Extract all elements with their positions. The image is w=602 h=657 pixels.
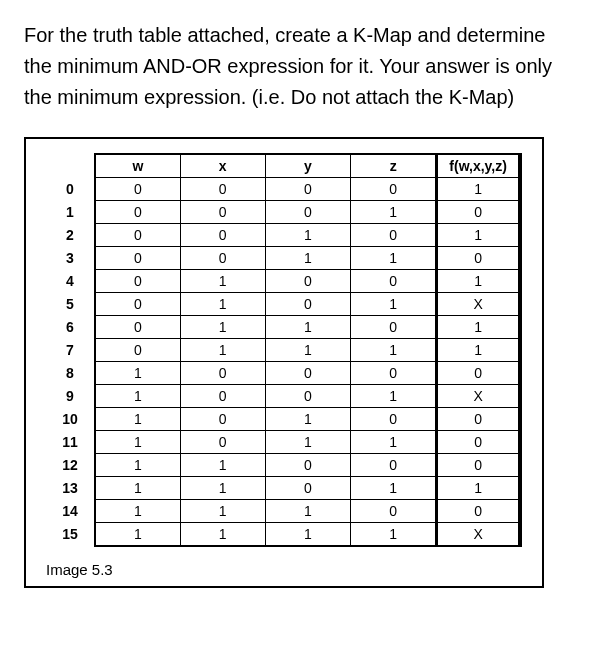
cell-x: 1 (180, 500, 265, 523)
cell-x: 1 (180, 523, 265, 547)
cell-f: 0 (436, 362, 521, 385)
cell-w: 1 (95, 362, 180, 385)
cell-y: 1 (265, 523, 350, 547)
cell-z: 0 (351, 224, 436, 247)
table-row: 1411100 (46, 500, 521, 523)
row-index: 8 (46, 362, 95, 385)
cell-z: 0 (351, 362, 436, 385)
cell-f: X (436, 385, 521, 408)
header-z: z (351, 154, 436, 178)
cell-w: 1 (95, 523, 180, 547)
cell-w: 0 (95, 224, 180, 247)
table-row: 91001X (46, 385, 521, 408)
cell-f: 0 (436, 431, 521, 454)
cell-z: 0 (351, 454, 436, 477)
cell-z: 1 (351, 477, 436, 500)
cell-y: 1 (265, 247, 350, 270)
cell-w: 1 (95, 454, 180, 477)
figure-box: w x y z f(w,x,y,z) 000001100010200101300… (24, 137, 544, 588)
cell-y: 1 (265, 316, 350, 339)
cell-w: 1 (95, 500, 180, 523)
table-row: 1010100 (46, 408, 521, 431)
cell-y: 0 (265, 385, 350, 408)
cell-f: 0 (436, 201, 521, 224)
row-index: 4 (46, 270, 95, 293)
cell-w: 1 (95, 408, 180, 431)
question-prompt: For the truth table attached, create a K… (24, 20, 578, 113)
row-index: 15 (46, 523, 95, 547)
cell-y: 1 (265, 408, 350, 431)
cell-y: 1 (265, 339, 350, 362)
cell-y: 1 (265, 431, 350, 454)
cell-z: 1 (351, 339, 436, 362)
row-index: 9 (46, 385, 95, 408)
cell-y: 0 (265, 454, 350, 477)
row-index: 6 (46, 316, 95, 339)
row-index: 12 (46, 454, 95, 477)
cell-x: 0 (180, 362, 265, 385)
row-index: 13 (46, 477, 95, 500)
row-index: 2 (46, 224, 95, 247)
header-f: f(w,x,y,z) (436, 154, 521, 178)
cell-z: 1 (351, 523, 436, 547)
row-index: 0 (46, 178, 95, 201)
cell-x: 1 (180, 477, 265, 500)
table-header-row: w x y z f(w,x,y,z) (46, 154, 521, 178)
cell-x: 0 (180, 201, 265, 224)
header-w: w (95, 154, 180, 178)
cell-w: 0 (95, 339, 180, 362)
cell-x: 1 (180, 339, 265, 362)
cell-f: 0 (436, 454, 521, 477)
cell-z: 0 (351, 178, 436, 201)
cell-z: 0 (351, 316, 436, 339)
cell-x: 1 (180, 316, 265, 339)
cell-x: 1 (180, 454, 265, 477)
cell-y: 0 (265, 293, 350, 316)
cell-w: 1 (95, 477, 180, 500)
cell-w: 0 (95, 178, 180, 201)
table-row: 200101 (46, 224, 521, 247)
cell-z: 1 (351, 293, 436, 316)
cell-w: 0 (95, 247, 180, 270)
cell-w: 0 (95, 270, 180, 293)
cell-x: 1 (180, 293, 265, 316)
table-row: 100010 (46, 201, 521, 224)
cell-f: 1 (436, 477, 521, 500)
header-blank (46, 154, 95, 178)
cell-x: 0 (180, 224, 265, 247)
table-row: 601101 (46, 316, 521, 339)
cell-z: 0 (351, 270, 436, 293)
table-row: 000001 (46, 178, 521, 201)
cell-x: 0 (180, 385, 265, 408)
cell-y: 0 (265, 362, 350, 385)
cell-f: 1 (436, 270, 521, 293)
cell-x: 0 (180, 431, 265, 454)
cell-f: 1 (436, 316, 521, 339)
cell-f: 1 (436, 339, 521, 362)
cell-z: 1 (351, 201, 436, 224)
cell-f: 0 (436, 500, 521, 523)
cell-f: 0 (436, 408, 521, 431)
cell-z: 0 (351, 500, 436, 523)
cell-x: 0 (180, 178, 265, 201)
cell-x: 1 (180, 270, 265, 293)
row-index: 1 (46, 201, 95, 224)
cell-y: 0 (265, 178, 350, 201)
cell-z: 1 (351, 247, 436, 270)
table-row: 50101X (46, 293, 521, 316)
figure-caption: Image 5.3 (46, 561, 522, 578)
cell-f: 0 (436, 247, 521, 270)
cell-y: 1 (265, 500, 350, 523)
table-row: 300110 (46, 247, 521, 270)
table-row: 151111X (46, 523, 521, 547)
cell-w: 1 (95, 385, 180, 408)
table-row: 401001 (46, 270, 521, 293)
table-row: 1211000 (46, 454, 521, 477)
header-x: x (180, 154, 265, 178)
cell-y: 1 (265, 224, 350, 247)
cell-w: 0 (95, 293, 180, 316)
cell-z: 1 (351, 385, 436, 408)
cell-f: X (436, 523, 521, 547)
cell-z: 0 (351, 408, 436, 431)
cell-w: 0 (95, 201, 180, 224)
